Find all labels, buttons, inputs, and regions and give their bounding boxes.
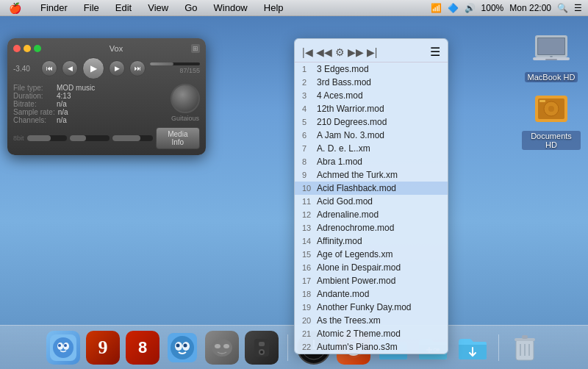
dock-finder-2[interactable]	[165, 331, 199, 365]
playlist-item[interactable]: 18Andante.mod	[295, 287, 448, 301]
next-button[interactable]: ⏭	[129, 60, 146, 76]
dock-app-mask[interactable]	[205, 331, 239, 365]
playlist-item[interactable]: 15Age of Legends.xm	[295, 248, 448, 261]
search-icon[interactable]: 🔍	[557, 3, 568, 13]
eq-slider-1[interactable]	[27, 135, 67, 141]
svg-point-5	[550, 56, 553, 57]
dock-app-9[interactable]: 9	[86, 331, 120, 365]
svg-rect-29	[259, 342, 265, 346]
playlist-item[interactable]: 23Baroque Oldfield.mod	[295, 354, 448, 354]
documents-hd-icon[interactable]: Documents HD	[522, 90, 581, 150]
nav-prev[interactable]: ◀◀	[316, 46, 332, 58]
folder-downloads-icon-svg	[457, 334, 488, 361]
menubar-go[interactable]: Go	[182, 2, 200, 13]
sound-icon[interactable]: 🔊	[465, 3, 476, 13]
duration-value: 4:13	[57, 92, 71, 100]
playlist-item[interactable]: 19Another Funky Day.mod	[295, 301, 448, 314]
playlist-item[interactable]: 7A. D. e. L..xm	[295, 142, 448, 155]
nav-next[interactable]: ▶▶	[348, 46, 364, 58]
playlist-name: Acid Flashback.mod	[317, 183, 396, 193]
bluetooth-icon[interactable]: 🔷	[448, 3, 459, 13]
dock-folder-downloads[interactable]	[456, 331, 490, 365]
playlist-item[interactable]: 23rd Bass.mod	[295, 76, 448, 89]
trash-icon-svg	[512, 332, 538, 363]
playlist-name: Atomic 2 Theme.mod	[317, 329, 401, 339]
playlist-num: 16	[302, 263, 317, 272]
playlist-item[interactable]: 6A Jam No. 3.mod	[295, 129, 448, 142]
playlist-num: 18	[302, 290, 317, 298]
track-info: File type: MOD music Duration: 4:13 Bitr…	[13, 84, 200, 124]
playlist-item[interactable]: 17Ambient Power.mod	[295, 274, 448, 287]
menubar-edit[interactable]: Edit	[112, 2, 135, 13]
playlist-name: Abra 1.mod	[317, 157, 362, 167]
nav-shuffle[interactable]: ⚙	[335, 46, 345, 58]
playlist-item[interactable]: 9Achmed the Turk.xm	[295, 168, 448, 182]
playlist-item[interactable]: 20As the Trees.xm	[295, 314, 448, 327]
playlist-num: 7	[302, 144, 317, 153]
duration-row: Duration: 4:13	[13, 92, 171, 100]
wifi-icon[interactable]: 📶	[431, 3, 442, 13]
playlist-item[interactable]: 13Adrenochrome.mod	[295, 221, 448, 234]
list-icon[interactable]: ☰	[574, 3, 582, 13]
svg-point-12	[53, 337, 74, 358]
playlist-item[interactable]: 12Adrenaline.mod	[295, 208, 448, 221]
traffic-lights	[13, 45, 41, 52]
progress-area[interactable]: 87/155	[150, 62, 200, 74]
playlist-item[interactable]: 22Autumn's Piano.s3m	[295, 340, 448, 354]
dock-app-8[interactable]: 8	[126, 331, 159, 365]
eq-slider-3[interactable]	[112, 135, 152, 141]
menubar-view[interactable]: View	[145, 2, 171, 13]
app8-label: 8	[138, 338, 147, 357]
volume-knob[interactable]	[171, 84, 200, 113]
menubar-left: 🍎 Finder File Edit View Go Window Help	[6, 2, 287, 14]
playlist-num: 9	[302, 171, 317, 179]
forward-button[interactable]: ▶	[109, 60, 125, 76]
playlist-item[interactable]: 16Alone in Despair.mod	[295, 261, 448, 274]
prev-button[interactable]: ⏮	[41, 60, 57, 76]
clock-display: Mon 22:00	[509, 3, 551, 13]
playlist-item[interactable]: 14Affinity.mod	[295, 234, 448, 248]
play-button[interactable]: ▶	[82, 57, 104, 79]
playlist-item[interactable]: 5210 Degrees.mod	[295, 115, 448, 129]
eq-area: 8bit Media Info	[13, 127, 200, 149]
playlist-item[interactable]: 13 Edges.mod	[295, 62, 448, 76]
progress-bar[interactable]	[150, 62, 200, 65]
media-info-button[interactable]: Media Info	[156, 127, 200, 149]
playlist-name: 3rd Bass.mod	[317, 77, 371, 87]
playlist-item[interactable]: 412th Warrior.mod	[295, 102, 448, 115]
playlist-name: Adrenaline.mod	[317, 209, 379, 220]
apple-menu[interactable]: 🍎	[6, 2, 24, 14]
progress-fill	[150, 62, 173, 65]
list-view-icon[interactable]: ☰	[430, 45, 440, 59]
minimize-button[interactable]	[24, 45, 31, 52]
playlist-item[interactable]: 21Atomic 2 Theme.mod	[295, 327, 448, 340]
vox-titlebar: Vox ⊞	[13, 44, 200, 53]
menubar-help[interactable]: Help	[261, 2, 287, 13]
playlist-item[interactable]: 8Abra 1.mod	[295, 155, 448, 168]
maximize-button[interactable]	[34, 45, 41, 52]
dock-finder[interactable]	[46, 331, 80, 365]
nav-beginning[interactable]: |◀	[302, 46, 313, 58]
dock-trash[interactable]	[508, 331, 542, 365]
macbook-hd-icon[interactable]: MacBook HD	[522, 31, 581, 82]
eq-slider-2[interactable]	[70, 135, 110, 141]
nav-end[interactable]: ▶|	[367, 46, 378, 58]
playlist-item[interactable]: 11Acid God.mod	[295, 195, 448, 208]
menubar-finder[interactable]: Finder	[37, 2, 71, 13]
playlist-num: 3	[302, 91, 317, 100]
playlist-num: 10	[302, 184, 317, 193]
playlist-view-controls: ☰	[430, 45, 440, 59]
playlist-header: |◀ ◀◀ ⚙ ▶▶ ▶| ☰	[295, 42, 448, 62]
menubar-file[interactable]: File	[81, 2, 102, 13]
playlist-name: Ambient Power.mod	[317, 276, 395, 286]
close-button[interactable]	[13, 45, 21, 52]
menubar-window[interactable]: Window	[211, 2, 251, 13]
playlist-item[interactable]: 10Acid Flashback.mod	[295, 182, 448, 195]
playlist-name: 4 Aces.mod	[317, 90, 363, 101]
playlist-item[interactable]: 34 Aces.mod	[295, 89, 448, 102]
rewind-button[interactable]: ◀	[62, 60, 78, 76]
playlist-num: 20	[302, 316, 317, 325]
dock-speakers[interactable]	[245, 331, 279, 365]
playlist-name: Acid God.mod	[317, 196, 373, 207]
expand-button[interactable]: ⊞	[191, 44, 200, 53]
